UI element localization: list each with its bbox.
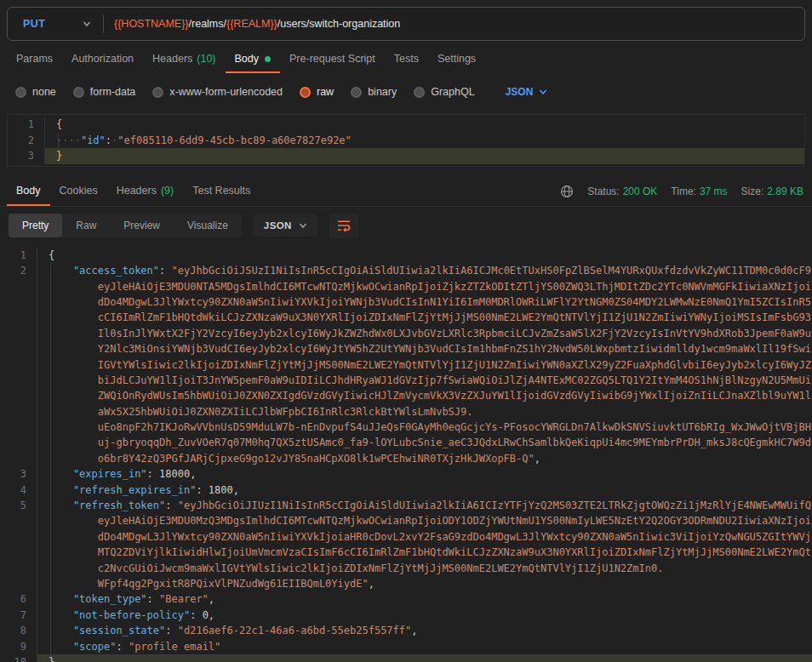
- wrap-lines-button[interactable]: [329, 214, 358, 238]
- line-content: eyJleHAiOjE3MDU0MzQ3MDgsImlhdCI6MTcwNTQz…: [37, 513, 812, 528]
- view-mode-segmented-control: PrettyRawPreviewVisualize: [9, 214, 242, 237]
- request-body-editor[interactable]: 1{2····"id":·"ef085110-6dd9-45cb-bc89-a6…: [7, 114, 805, 167]
- line-content: "scope": "profile email": [37, 639, 812, 654]
- code-line-8: IGVtYWlsIiwic2lkIjoiZDIxNmFlZjYtMjJjMS00…: [0, 357, 812, 373]
- tab-authorization[interactable]: Authorization: [62, 46, 143, 73]
- line-number: [0, 294, 37, 310]
- tab-count: (10): [197, 53, 215, 65]
- code-line-19: dDo4MDgwL3JlYWxtcy90ZXN0aW5nIiwiYXVkIjoi…: [0, 529, 812, 545]
- line-content: biJdLCJuYW1lIjoiT3JnYW5pemF0aW9uIDIiLCJh…: [37, 373, 812, 388]
- line-number: [0, 529, 37, 545]
- code-line-6: Il0sInJlYWxtX2FjY2VzcyI6eyJyb2xlcyI6WyJk…: [0, 326, 812, 341]
- body-mode-none[interactable]: none: [15, 86, 56, 98]
- line-content: o6br8Y42zQ3PGfJARjCjpxeG9go12vJY85naHCpX…: [37, 451, 812, 466]
- tab-cookies[interactable]: Cookies: [50, 177, 107, 206]
- code-line-9: biJdLCJuYW1lIjoiT3JnYW5pemF0aW9uIDIiLCJh…: [0, 373, 812, 388]
- code-line-1: 1{: [0, 248, 812, 263]
- code-line-22: WFpf4qg2PgxitR8PQixVlPNZudWg61EIIBQmL0Yi…: [0, 576, 812, 591]
- method-selector[interactable]: PUT: [8, 8, 103, 40]
- body-mode-label: x-www-form-urlencoded: [169, 86, 283, 98]
- code-line-20: MTQ2ZDViYjlkIiwidHlwIjoiUmVmcmVzaCIsImF6…: [0, 545, 812, 560]
- line-number: 3: [8, 148, 45, 164]
- line-content: }: [37, 654, 812, 662]
- line-content: "token_type": "Bearer",: [37, 591, 812, 607]
- line-number: 3: [0, 466, 37, 482]
- body-mode-label: none: [32, 86, 56, 98]
- tab-headers[interactable]: Headers(10): [143, 46, 225, 73]
- response-tabs: BodyCookiesHeaders(9)Test Results: [0, 177, 260, 206]
- tab-headers[interactable]: Headers(9): [107, 177, 184, 206]
- tab-settings[interactable]: Settings: [428, 46, 485, 73]
- line-content: WFpf4qg2PgxitR8PQixVlPNZudWg61EIIBQmL0Yi…: [37, 576, 812, 591]
- tab-body[interactable]: Body: [7, 177, 50, 206]
- chevron-down-icon: [299, 221, 307, 230]
- line-content: }: [45, 148, 804, 164]
- code-line-10: ZWQiOnRydWUsIm5hbWUiOiJ0ZXN0ZXIgdGVzdGVy…: [0, 388, 812, 403]
- time-badge: Time:37 ms: [671, 185, 727, 197]
- line-content: "access_token": "eyJhbGciOiJSUzI1NiIsInR…: [37, 263, 812, 278]
- view-preview[interactable]: Preview: [110, 214, 174, 237]
- body-mode-label: GraphQL: [431, 86, 474, 98]
- line-number: [0, 404, 37, 419]
- tab-label: Pre-request Script: [289, 53, 375, 65]
- tab-pre-request-script[interactable]: Pre-request Script: [280, 46, 385, 73]
- body-mode-raw[interactable]: raw: [300, 86, 334, 98]
- response-header: BodyCookiesHeaders(9)Test Results Status…: [0, 177, 812, 207]
- url-segment: /realms/: [189, 18, 226, 30]
- line-content: ZWQiOnRydWUsIm5hbWUiOiJ0ZXN0ZXIgdGVzdGVy…: [37, 388, 812, 403]
- body-mode-graphql[interactable]: GraphQL: [414, 86, 474, 98]
- body-type-dropdown[interactable]: JSON: [506, 86, 548, 98]
- view-visualize[interactable]: Visualize: [174, 214, 242, 237]
- line-content: Il0sInJlYWxtX2FjY2VzcyI6eyJyb2xlcyI6WyJk…: [37, 326, 812, 341]
- tab-label: Authorization: [71, 53, 134, 65]
- code-line-21: c2NvcGUiOiJwcm9maWxlIGVtYWlsIiwic2lkIjoi…: [0, 561, 812, 576]
- tab-test-results[interactable]: Test Results: [183, 177, 260, 206]
- line-number: [0, 419, 37, 435]
- line-content: "not-before-policy": 0,: [37, 608, 812, 623]
- chevron-down-icon: [83, 20, 91, 28]
- code-line-17: 5 "refresh_token": "eyJhbGciOiJIUzI1NiIs…: [0, 498, 812, 513]
- code-line-7: Y2Nlc3MiOnsiYWNjb3VudCI6eyJyb2xlcyI6WyJt…: [0, 341, 812, 357]
- code-line-26: 9 "scope": "profile email": [0, 639, 812, 654]
- line-content: eyJleHAiOjE3MDU0NTA5MDgsImlhdCI6MTcwNTQz…: [37, 279, 812, 294]
- view-pretty[interactable]: Pretty: [9, 214, 62, 237]
- tab-label: Params: [16, 53, 53, 65]
- line-number: 5: [0, 498, 37, 513]
- body-mode-label: raw: [317, 86, 334, 98]
- method-label: PUT: [23, 18, 45, 30]
- line-number: 6: [0, 591, 37, 607]
- url-segment: /users/switch-organization: [277, 18, 401, 30]
- globe-icon: [560, 185, 574, 198]
- line-content: "session_state": "d216aef6-22c1-46a6-a6b…: [37, 623, 812, 638]
- code-line-5: cCI6ImRlZmF1bHQtdWkiLCJzZXNzaW9uX3N0YXRl…: [0, 310, 812, 325]
- body-mode-form-data[interactable]: form-data: [73, 86, 136, 98]
- url-input[interactable]: {{HOSTNAME}}/realms/{{REALM}}/users/swit…: [104, 18, 804, 30]
- view-raw[interactable]: Raw: [62, 214, 110, 237]
- line-number: [0, 513, 37, 528]
- code-line-18: eyJleHAiOjE3MDU0MzQ3MDgsImlhdCI6MTcwNTQz…: [0, 513, 812, 528]
- response-type-dropdown[interactable]: JSON: [254, 214, 317, 237]
- body-mode-label: form-data: [90, 86, 136, 98]
- line-number: [0, 435, 37, 450]
- response-body-editor[interactable]: 1{2 "access_token": "eyJhbGciOiJSUzI1NiI…: [0, 248, 812, 662]
- line-content: uEo8npF2h7IKJoRwVVbnUsD59MduLW7b-nEnDvpu…: [37, 419, 812, 435]
- body-mode-options: noneform-datax-www-form-urlencodedrawbin…: [15, 82, 812, 102]
- tab-label: Settings: [437, 53, 476, 65]
- tab-params[interactable]: Params: [7, 46, 62, 73]
- line-number: 2: [8, 133, 45, 149]
- chevron-down-icon: [539, 88, 547, 96]
- line-number: 10: [0, 654, 37, 662]
- tab-body[interactable]: Body: [226, 46, 281, 73]
- response-section: BodyCookiesHeaders(9)Test Results Status…: [0, 177, 812, 662]
- tab-tests[interactable]: Tests: [385, 46, 428, 73]
- body-mode-binary[interactable]: binary: [351, 86, 397, 98]
- line-number: [0, 279, 37, 294]
- line-number: 1: [0, 248, 37, 263]
- body-mode-x-www-form-urlencoded[interactable]: x-www-form-urlencoded: [152, 86, 283, 98]
- url-variable: {{HOSTNAME}}: [114, 18, 189, 30]
- line-number: [0, 561, 37, 576]
- line-number: 7: [0, 608, 37, 623]
- tab-label: Body: [235, 53, 260, 65]
- tab-count: (9): [161, 185, 174, 197]
- code-line-12: uEo8npF2h7IKJoRwVVbnUsD59MduLW7b-nEnDvpu…: [0, 419, 812, 435]
